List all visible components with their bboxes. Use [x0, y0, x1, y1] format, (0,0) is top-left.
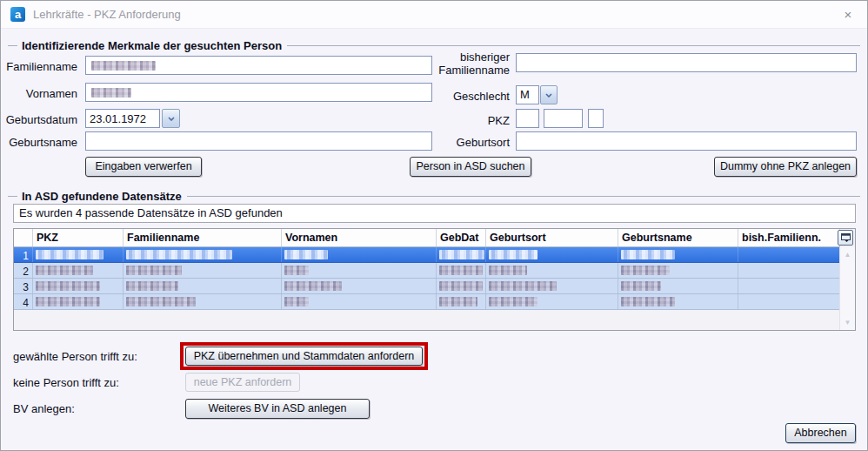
bisheriger-familienname-input[interactable] — [516, 53, 857, 72]
pkz-input-1[interactable] — [516, 109, 539, 128]
selected-person-label: gewählte Person trifft zu: — [13, 350, 137, 363]
table-cell — [738, 247, 840, 262]
header-pkz[interactable]: PKZ — [33, 229, 124, 246]
table-cell — [33, 247, 124, 262]
table-cell — [437, 247, 486, 262]
header-rownum — [14, 229, 33, 246]
header-geburtsname[interactable]: Geburtsname — [618, 229, 738, 246]
redacted-text — [439, 297, 477, 306]
redacted-text — [126, 250, 232, 259]
header-familienname[interactable]: Familienname — [124, 229, 282, 246]
geburtsdatum-input[interactable] — [85, 109, 160, 128]
geschlecht-label: Geschlecht — [425, 90, 510, 103]
row-number: 1 — [14, 247, 33, 262]
results-table: PKZFamiliennameVornamenGebDatGeburtsortG… — [13, 228, 856, 331]
table-cell — [124, 247, 282, 262]
create-bv-asd-button[interactable]: Weiteres BV in ASD anlegen — [185, 399, 370, 419]
table-body: 1234 — [14, 247, 840, 310]
redacted-text — [284, 250, 328, 259]
column-chooser-button[interactable] — [838, 230, 853, 246]
table-cell — [282, 263, 437, 278]
redacted-text — [126, 281, 178, 291]
header-bish-familienn-[interactable]: bish.Familienn. — [738, 229, 840, 246]
geburtsort-input[interactable] — [516, 131, 857, 151]
redacted-text — [489, 297, 537, 306]
table-row[interactable]: 2 — [14, 263, 840, 279]
chevron-down-icon — [545, 93, 552, 98]
redacted-text — [284, 281, 342, 291]
redacted-text — [36, 297, 100, 306]
redacted-text — [439, 266, 483, 275]
vertical-scrollbar[interactable]: ▲ ▼ — [839, 247, 855, 330]
identification-legend-text: Identifizierende Merkmale der gesuchten … — [17, 39, 287, 52]
redacted-text — [36, 250, 103, 259]
redacted-text — [36, 266, 93, 275]
redacted-text — [91, 88, 131, 98]
table-header: PKZFamiliennameVornamenGebDatGeburtsortG… — [14, 229, 840, 247]
bisheriger-familienname-label: bisheriger Familienname — [425, 50, 510, 77]
table-row[interactable]: 4 — [14, 294, 840, 310]
bv-anlegen-label: BV anlegen: — [13, 402, 75, 415]
close-icon[interactable]: × — [840, 7, 856, 23]
title-bar: a Lehrkräfte - PKZ Anforderung × — [1, 1, 867, 29]
scroll-down-icon[interactable]: ▼ — [840, 316, 855, 329]
table-cell — [486, 279, 618, 293]
redacted-text — [126, 266, 182, 275]
pkz-input-2[interactable] — [544, 109, 583, 128]
header-vornamen[interactable]: Vornamen — [282, 229, 437, 246]
table-row[interactable]: 3 — [14, 279, 840, 294]
redacted-text — [621, 266, 670, 275]
table-row[interactable]: 1 — [14, 247, 840, 263]
row-number: 3 — [14, 279, 33, 293]
column-chooser-icon — [841, 233, 851, 242]
redacted-text — [621, 250, 675, 259]
geburtsort-label: Geburtsort — [425, 136, 510, 149]
cancel-button[interactable]: Abbrechen — [785, 423, 856, 443]
dummy-without-pkz-button[interactable]: Dummy ohne PKZ anlegen — [714, 157, 857, 177]
results-groupbox-legend: In ASD gefundene Datensätze — [8, 190, 860, 203]
table-cell — [437, 279, 486, 293]
geschlecht-dropdown-button[interactable] — [540, 85, 558, 104]
header-gebdat[interactable]: GebDat — [437, 229, 486, 246]
geburtsdatum-dropdown-button[interactable] — [162, 109, 180, 128]
table-cell — [282, 279, 437, 293]
legend-line — [287, 45, 860, 46]
legend-dash — [8, 196, 17, 197]
vornamen-label: Vornamen — [1, 87, 77, 100]
results-message: Es wurden 4 passende Datensätze in ASD g… — [13, 204, 856, 223]
legend-dash — [8, 45, 17, 46]
table-cell — [738, 263, 840, 278]
familienname-label: Familienname — [1, 60, 77, 73]
dialog-window: a Lehrkräfte - PKZ Anforderung × Identif… — [0, 0, 868, 451]
pkz-label: PKZ — [425, 114, 510, 127]
table-cell — [486, 294, 618, 309]
geschlecht-value[interactable]: M — [516, 85, 539, 104]
table-cell — [124, 279, 282, 293]
discard-entries-button[interactable]: Eingaben verwerfen — [85, 157, 202, 177]
table-cell — [618, 247, 738, 262]
scroll-up-icon[interactable]: ▲ — [840, 248, 855, 261]
row-number: 4 — [14, 294, 33, 309]
redacted-text — [621, 281, 661, 291]
redacted-text — [489, 266, 527, 275]
results-legend-text: In ASD gefundene Datensätze — [17, 190, 187, 203]
vornamen-input[interactable] — [85, 83, 432, 102]
header-geburtsort[interactable]: Geburtsort — [486, 229, 618, 246]
table-cell — [738, 294, 840, 309]
table-cell — [282, 294, 437, 309]
search-person-asd-button[interactable]: Person in ASD suchen — [410, 157, 531, 177]
table-cell — [33, 263, 124, 278]
table-cell — [33, 279, 124, 293]
take-pkz-request-masterdata-button[interactable]: PKZ übernehmen und Stammdaten anfordern — [185, 347, 423, 366]
redacted-text — [439, 281, 483, 291]
geburtsname-label: Geburtsname — [1, 136, 77, 149]
pkz-input-3[interactable] — [588, 109, 604, 128]
table-cell — [486, 263, 618, 278]
redacted-text — [126, 297, 196, 306]
table-cell — [437, 294, 486, 309]
table-cell — [282, 247, 437, 262]
geburtsname-input[interactable] — [85, 131, 432, 151]
table-cell — [618, 294, 738, 309]
table-cell — [124, 294, 282, 309]
redacted-text — [284, 297, 309, 306]
